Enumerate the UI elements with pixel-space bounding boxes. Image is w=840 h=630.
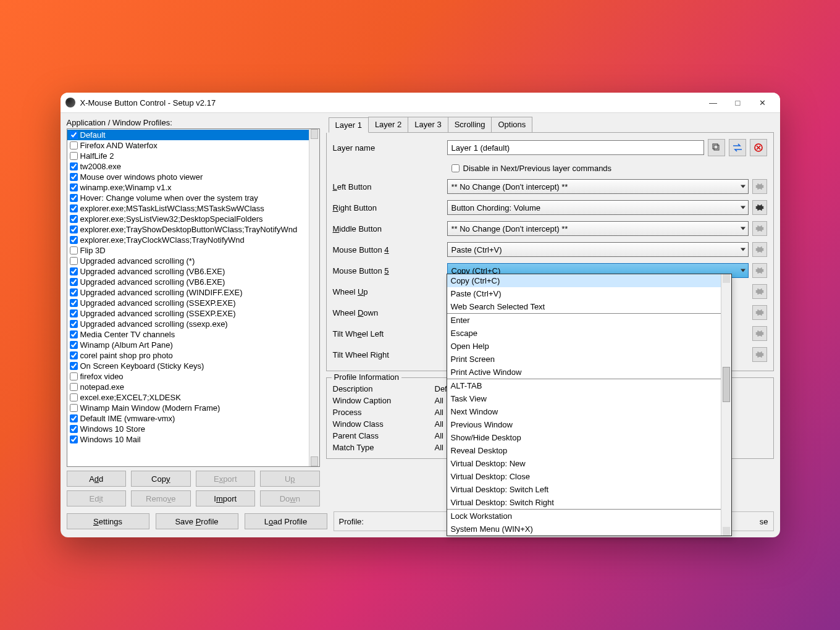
profile-checkbox[interactable]	[70, 204, 78, 212]
profile-row[interactable]: Default IME (vmware-vmx)	[67, 413, 309, 424]
profile-row[interactable]: Upgraded advanced scrolling (SSEXP.EXE)	[67, 298, 309, 308]
profile-row[interactable]: Winamp (Album Art Pane)	[67, 340, 309, 350]
profile-checkbox[interactable]	[70, 393, 78, 401]
dropdown-option[interactable]: Next Window	[447, 405, 721, 418]
tab-layer-1[interactable]: Layer 1	[329, 117, 369, 133]
profile-checkbox[interactable]	[70, 257, 78, 265]
profile-checkbox[interactable]	[70, 225, 78, 233]
dropdown-scrollbar[interactable]	[721, 274, 731, 536]
dropdown-option[interactable]: Virtual Desktop: Close	[447, 470, 721, 483]
profile-row[interactable]: HalfLife 2	[67, 151, 309, 161]
select-mouse-button-4[interactable]: Paste (Ctrl+V)	[447, 242, 749, 257]
profile-row[interactable]: Upgraded advanced scrolling (WINDIFF.EXE…	[67, 287, 309, 298]
dropdown-option[interactable]: Web Search Selected Text	[447, 300, 721, 314]
gear-icon[interactable]	[752, 284, 767, 299]
profile-checkbox[interactable]	[70, 309, 78, 317]
profile-checkbox[interactable]	[70, 246, 78, 254]
dropdown-option[interactable]: Virtual Desktop: Switch Right	[447, 496, 721, 510]
profile-checkbox[interactable]	[70, 351, 78, 359]
gear-icon[interactable]	[752, 200, 767, 215]
dropdown-option[interactable]: Virtual Desktop: Switch Left	[447, 483, 721, 496]
profile-checkbox[interactable]	[70, 152, 78, 160]
disable-layer-checkbox[interactable]	[452, 164, 460, 172]
copy-layer-icon[interactable]	[708, 139, 725, 156]
export-button[interactable]: Export	[196, 471, 256, 487]
profile-list-scrollbar[interactable]	[309, 129, 319, 466]
profile-row[interactable]: Windows 10 Mail	[67, 434, 309, 445]
layer-name-input[interactable]	[447, 140, 704, 155]
load-profile-button[interactable]: Load Profile	[245, 513, 327, 529]
dropdown-option[interactable]: Paste (Ctrl+V)	[447, 287, 721, 300]
settings-button[interactable]: Settings	[67, 513, 149, 529]
profile-checkbox[interactable]	[70, 330, 78, 338]
dropdown-option[interactable]: Copy (Ctrl+C)	[447, 274, 721, 287]
profile-row[interactable]: Upgraded advanced scrolling (VB6.EXE)	[67, 277, 309, 287]
dropdown-option[interactable]: Print Active Window	[447, 366, 721, 379]
dropdown-option[interactable]: Print Screen	[447, 353, 721, 366]
dropdown-option[interactable]: ALT-TAB	[447, 379, 721, 392]
maximize-button[interactable]: □	[726, 94, 750, 111]
profile-checkbox[interactable]	[70, 320, 78, 328]
tab-layer-2[interactable]: Layer 2	[368, 117, 408, 132]
tab-options[interactable]: Options	[491, 117, 532, 132]
copy-button[interactable]: Copy	[131, 471, 191, 487]
profile-checkbox[interactable]	[70, 299, 78, 307]
profile-checkbox[interactable]	[70, 183, 78, 191]
profile-row[interactable]: Firefox AND Waterfox	[67, 140, 309, 151]
profile-row[interactable]: Default	[67, 130, 309, 140]
profile-row[interactable]: Media Center TV channels	[67, 329, 309, 340]
add-button[interactable]: Add	[67, 471, 127, 487]
import-button[interactable]: Import	[196, 490, 256, 506]
save-profile-button[interactable]: Save Profile	[156, 513, 238, 529]
profile-row[interactable]: excel.exe;EXCEL7;XLDESK	[67, 392, 309, 403]
gear-icon[interactable]	[752, 347, 767, 362]
profile-checkbox[interactable]	[70, 162, 78, 170]
profile-checkbox[interactable]	[70, 414, 78, 422]
gear-icon[interactable]	[752, 326, 767, 341]
profile-row[interactable]: notepad.exe	[67, 382, 309, 392]
profile-row[interactable]: explorer.exe;SysListView32;DesktopSpecia…	[67, 214, 309, 224]
profile-checkbox[interactable]	[70, 131, 78, 139]
profile-checkbox[interactable]	[70, 425, 78, 433]
profile-checkbox[interactable]	[70, 267, 78, 275]
swap-layer-icon[interactable]	[729, 139, 746, 156]
profile-row[interactable]: Windows 10 Store	[67, 424, 309, 434]
edit-button[interactable]: Edit	[67, 490, 127, 506]
tab-layer-3[interactable]: Layer 3	[408, 117, 448, 132]
select-right-button[interactable]: Button Chording: Volume	[447, 200, 749, 215]
profile-row[interactable]: Winamp Main Window (Modern Frame)	[67, 403, 309, 413]
gear-icon[interactable]	[752, 305, 767, 320]
remove-button[interactable]: Remove	[131, 490, 191, 506]
profile-checkbox[interactable]	[70, 341, 78, 349]
profile-row[interactable]: Upgraded advanced scrolling (VB6.EXE)	[67, 266, 309, 277]
up-button[interactable]: Up	[260, 471, 320, 487]
tab-scrolling[interactable]: Scrolling	[448, 117, 492, 132]
profile-row[interactable]: Upgraded advanced scrolling (ssexp.exe)	[67, 319, 309, 329]
minimize-button[interactable]: —	[701, 94, 726, 111]
profile-checkbox[interactable]	[70, 362, 78, 370]
profile-checkbox[interactable]	[70, 372, 78, 380]
dropdown-option[interactable]: Reveal Desktop	[447, 444, 721, 457]
dropdown-option[interactable]: Task View	[447, 392, 721, 405]
profile-row[interactable]: tw2008.exe	[67, 161, 309, 172]
delete-layer-icon[interactable]	[750, 139, 767, 156]
profile-row[interactable]: Upgraded advanced scrolling (*)	[67, 256, 309, 266]
profile-checkbox[interactable]	[70, 383, 78, 391]
dropdown-scroll-thumb[interactable]	[723, 367, 730, 402]
profile-row[interactable]: explorer.exe;MSTaskListWClass;MSTaskSwWC…	[67, 203, 309, 214]
profile-checkbox[interactable]	[70, 173, 78, 181]
down-button[interactable]: Down	[260, 490, 320, 506]
profile-checkbox[interactable]	[70, 288, 78, 296]
dropdown-option[interactable]: Lock Workstation	[447, 510, 721, 523]
profile-row[interactable]: explorer.exe;TrayClockWClass;TrayNotifyW…	[67, 235, 309, 245]
gear-icon[interactable]	[752, 263, 767, 278]
profile-row[interactable]: Hover: Change volume when over the syste…	[67, 193, 309, 203]
profile-row[interactable]: explorer.exe;TrayShowDesktopButtonWClass…	[67, 224, 309, 235]
profile-checkbox[interactable]	[70, 278, 78, 286]
profile-list[interactable]: DefaultFirefox AND WaterfoxHalfLife 2tw2…	[67, 128, 320, 467]
profile-row[interactable]: firefox video	[67, 371, 309, 382]
profile-checkbox[interactable]	[70, 215, 78, 223]
select-middle-button[interactable]: ** No Change (Don't intercept) **	[447, 221, 749, 236]
dropdown-option[interactable]: Escape	[447, 327, 721, 340]
select-left-button[interactable]: ** No Change (Don't intercept) **	[447, 179, 749, 194]
